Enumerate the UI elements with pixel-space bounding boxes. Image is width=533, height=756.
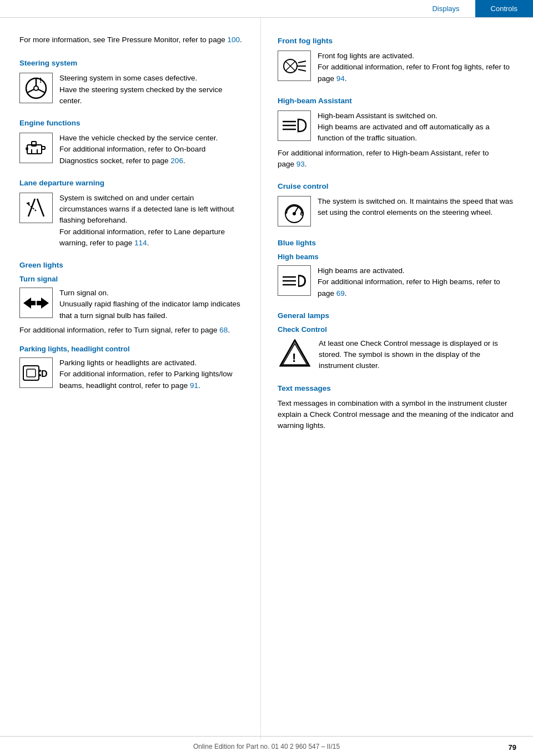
parking-lights-text: Parking lights or headlights are activat… — [59, 357, 244, 391]
turn-signal-icon — [19, 288, 53, 318]
section-text-messages: Text messages Text messages in combinati… — [278, 384, 516, 432]
page-number: 79 — [509, 743, 516, 752]
front-fog-link-94[interactable]: 94 — [336, 74, 345, 83]
parking-text-2: For additional information, refer to Par… — [59, 370, 232, 389]
cruise-text-1: The system is switched on. It maintains … — [318, 197, 513, 216]
svg-rect-8 — [42, 147, 45, 149]
svg-marker-16 — [23, 298, 36, 309]
front-fog-svg — [280, 54, 308, 78]
svg-line-4 — [38, 89, 45, 93]
engine-icon — [19, 133, 53, 163]
hba-link-93[interactable]: 93 — [296, 160, 305, 168]
section-high-beam-assistant: High-beam Assistant High-beam Assistant … — [278, 97, 516, 170]
tab-controls[interactable]: Controls — [475, 0, 533, 17]
parking-period: . — [198, 381, 200, 390]
front-fog-text-1: Front fog lights are activated. — [318, 52, 414, 60]
section-lane-departure: Lane departure warning System is switche… — [19, 179, 244, 249]
subsection-high-beams: High beams High — [278, 253, 516, 299]
heading-green-lights: Green lights — [19, 261, 244, 269]
tab-controls-label: Controls — [491, 4, 517, 13]
heading-steering-system: Steering system — [19, 59, 244, 67]
check-control-svg: ! — [279, 339, 310, 368]
hba-text-2: High beams are activated and off automat… — [318, 123, 490, 142]
intro-text-before: For more information, see Tire Pressure … — [19, 36, 227, 44]
turn-signal-svg — [22, 292, 50, 314]
heading-cruise-control: Cruise control — [278, 182, 516, 190]
heading-front-fog: Front fog lights — [278, 37, 516, 45]
cruise-control-icon — [278, 196, 311, 226]
tab-displays-label: Displays — [432, 4, 459, 13]
check-control-row: ! At least one Check Control message is … — [278, 338, 516, 372]
tab-displays[interactable]: Displays — [416, 0, 475, 17]
check-control-warning-icon: ! — [278, 338, 312, 369]
engine-functions-text: Have the vehicle checked by the service … — [59, 133, 244, 167]
high-beams-svg — [280, 269, 308, 293]
parking-link-91[interactable]: 91 — [190, 381, 198, 390]
subsection-parking-lights: Parking lights, headlight control D — [19, 345, 244, 391]
lane-link-114[interactable]: 114 — [134, 239, 147, 247]
heading-blue-lights: Blue lights — [278, 239, 516, 247]
subheading-turn-signal: Turn signal — [19, 275, 244, 283]
steering-system-text: Steering system in some cases defective.… — [59, 73, 244, 107]
svg-point-34 — [293, 212, 296, 215]
section-general-lamps: General lamps Check Control ! At least o… — [278, 311, 516, 372]
svg-rect-18 — [23, 366, 39, 380]
svg-line-13 — [37, 199, 44, 216]
engine-functions-row: Have the vehicle checked by the service … — [19, 133, 244, 167]
cruise-control-svg — [281, 199, 307, 224]
lane-departure-text: System is switched on and under certain … — [59, 193, 244, 249]
check-control-text: At least one Check Control message is di… — [319, 338, 516, 372]
steering-icon-svg: ! — [24, 76, 48, 100]
high-beam-assistant-icon — [278, 110, 311, 141]
parking-text-1: Parking lights or headlights are activat… — [59, 359, 197, 367]
engine-link-206[interactable]: 206 — [170, 157, 183, 165]
steering-text-1: Steering system in some cases defective. — [59, 74, 197, 82]
engine-text-1: Have the vehicle checked by the service … — [59, 134, 218, 142]
subheading-check-control: Check Control — [278, 325, 516, 334]
section-engine-functions: Engine functions Have the vehicle checke… — [19, 119, 244, 167]
turn-signal-body: For additional information, refer to Tur… — [19, 325, 244, 336]
intro-link-100[interactable]: 100 — [227, 36, 240, 44]
engine-icon-svg — [24, 136, 48, 160]
lane-departure-icon — [19, 193, 53, 223]
right-column: Front fog lights Front fog lig — [261, 18, 533, 739]
svg-marker-17 — [37, 298, 49, 309]
cc-text-1: At least one Check Control message is di… — [319, 339, 498, 370]
section-steering-system: Steering system ! Steering system in som… — [19, 59, 244, 107]
footer-text: Online Edition for Part no. 01 40 2 960 … — [193, 743, 340, 750]
section-green-lights: Green lights Turn signal Turn signal — [19, 261, 244, 391]
turn-link-68[interactable]: 68 — [219, 326, 228, 334]
front-fog-period: . — [345, 74, 347, 83]
high-beams-row: High beams are activated. For additional… — [278, 265, 516, 299]
steering-warning-icon: ! — [19, 73, 53, 103]
svg-point-22 — [39, 374, 41, 376]
high-beams-icon — [278, 265, 311, 296]
front-fog-text: Front fog lights are activated. For addi… — [318, 51, 516, 84]
svg-rect-19 — [27, 369, 36, 377]
heading-text-messages: Text messages — [278, 384, 516, 392]
subheading-high-beams: High beams — [278, 253, 516, 261]
section-cruise-control: Cruise control The system is s — [278, 182, 516, 226]
hb-link-69[interactable]: 69 — [336, 289, 345, 298]
turn-text-2: Unusually rapid flashing of the indicato… — [59, 300, 240, 319]
heading-engine-functions: Engine functions — [19, 119, 244, 127]
left-column: For more information, see Tire Pressure … — [0, 18, 261, 739]
svg-point-21 — [39, 370, 41, 372]
section-front-fog: Front fog lights Front fog lig — [278, 37, 516, 84]
lane-text-1: System is switched on and under certain … — [59, 194, 234, 225]
turn-signal-text: Turn signal on. Unusually rapid flashing… — [59, 288, 244, 321]
text-messages-body: Text messages in combination with a symb… — [278, 398, 516, 432]
svg-line-12 — [28, 199, 35, 216]
svg-text:!: ! — [39, 76, 42, 84]
lane-period: . — [147, 239, 149, 247]
high-beam-assistant-row: High-beam Assistant is switched on. High… — [278, 110, 516, 144]
hba-text-1: High-beam Assistant is switched on. — [318, 112, 438, 120]
cruise-control-row: The system is switched on. It maintains … — [278, 196, 516, 226]
heading-lane-departure: Lane departure warning — [19, 179, 244, 187]
subsection-turn-signal: Turn signal Turn signal on. Unusually ra… — [19, 275, 244, 336]
parking-lights-icon: D — [19, 357, 53, 388]
svg-marker-15 — [26, 202, 29, 205]
svg-line-3 — [27, 89, 34, 93]
subheading-parking-lights: Parking lights, headlight control — [19, 345, 244, 353]
hba-body: For additional information, refer to Hig… — [278, 148, 516, 170]
